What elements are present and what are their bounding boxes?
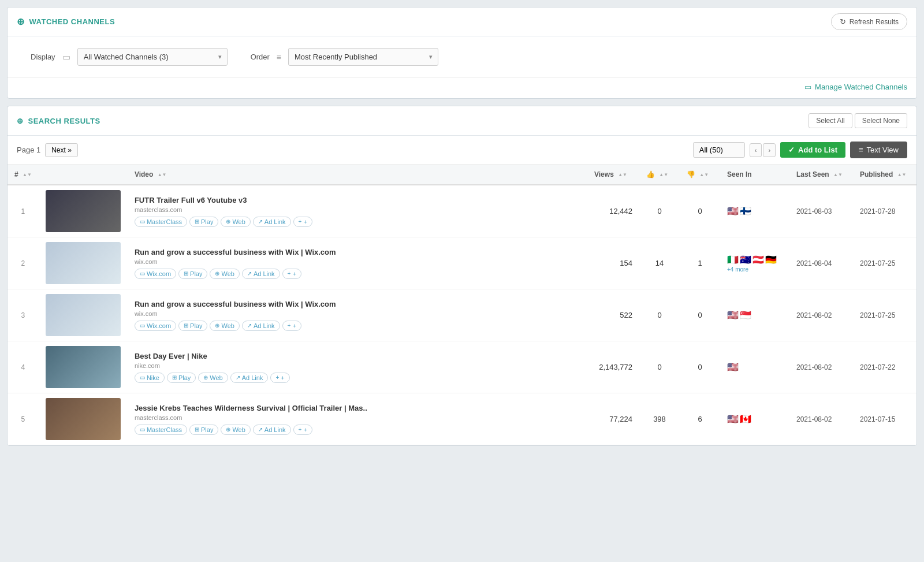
tag-label: Ad Link [254, 270, 275, 277]
tag-icon: ⊞ [195, 426, 199, 433]
video-tag[interactable]: ⊞Play [167, 373, 196, 383]
pagination-left: Page 1 Next » [17, 143, 78, 157]
video-thumbnail[interactable] [46, 294, 121, 336]
flags-container: 🇺🇸🇨🇦 [727, 414, 783, 425]
video-thumbnail[interactable] [46, 190, 121, 232]
video-tag[interactable]: ++ [270, 373, 289, 383]
tag-label: + [292, 270, 296, 277]
count-select[interactable]: All (50) 25 10 [693, 142, 745, 158]
select-buttons: Select All Select None [808, 113, 907, 128]
video-tag[interactable]: ▭MasterClass [135, 217, 187, 227]
video-thumbnail[interactable] [46, 398, 121, 440]
next-page-arrow[interactable]: › [763, 143, 776, 157]
tag-label: + [303, 218, 307, 225]
text-view-button[interactable]: ≡ Text View [850, 142, 907, 158]
video-tag[interactable]: ⊞Play [178, 321, 207, 331]
video-tag[interactable]: ⊞Play [189, 217, 218, 227]
likes-cell: 14 [639, 237, 680, 289]
tag-icon: ⊞ [195, 218, 199, 225]
video-tag[interactable]: ↗Ad Link [242, 269, 280, 279]
results-title-text: SEARCH RESULTS [28, 117, 100, 125]
video-title[interactable]: Run and grow a successful business with … [135, 300, 580, 308]
add-to-list-button[interactable]: ✓ Add to List [780, 142, 845, 158]
video-tag[interactable]: ▭MasterClass [135, 425, 187, 435]
select-none-button[interactable]: Select None [855, 113, 907, 128]
video-tags: ▭Wix.com⊞Play⊕Web↗Ad Link++ [135, 321, 580, 331]
flags-container: 🇺🇸🇫🇮 [727, 206, 783, 217]
dislikes-cell: 0 [680, 289, 720, 341]
seen-in-cell: 🇺🇸🇫🇮 [720, 185, 789, 237]
display-icon: ▭ [62, 52, 70, 62]
video-tag[interactable]: ⊕Web [198, 373, 228, 383]
sort-video-icon: ▲▼ [158, 172, 167, 177]
flag: 🇮🇹 [727, 254, 739, 265]
views-cell: 77,224 [587, 393, 639, 445]
video-info-cell: Run and grow a successful business with … [128, 289, 587, 341]
video-tag[interactable]: ++ [293, 425, 312, 435]
sort-lastseen-icon: ▲▼ [833, 172, 843, 177]
refresh-button[interactable]: ↻ Refresh Results [831, 13, 907, 30]
more-flags[interactable]: +4 more [727, 266, 748, 273]
video-tag[interactable]: ⊞Play [189, 425, 218, 435]
tag-label: Ad Link [242, 374, 263, 381]
col-header-video[interactable]: Video ▲▼ [128, 165, 587, 185]
views-cell: 522 [587, 289, 639, 341]
video-title[interactable]: Jessie Krebs Teaches Wilderness Survival… [135, 404, 580, 412]
next-page-button[interactable]: Next » [45, 143, 78, 157]
col-header-lastseen[interactable]: Last Seen ▲▼ [789, 165, 853, 185]
video-tag[interactable]: ⊕Web [221, 425, 250, 435]
video-tag[interactable]: ++ [282, 269, 301, 279]
published-cell: 2021-07-15 [853, 393, 916, 445]
video-thumbnail[interactable] [46, 346, 121, 388]
video-title[interactable]: FUTR Trailer Full v6 Youtube v3 [135, 196, 580, 204]
select-all-button[interactable]: Select All [808, 113, 852, 128]
video-tag[interactable]: ↗Ad Link [253, 425, 291, 435]
manage-icon: ▭ [804, 83, 811, 91]
video-tag[interactable]: ++ [293, 217, 312, 227]
watched-controls: Display ▭ All Watched Channels (3) ▾ Ord… [8, 36, 916, 77]
views-cell: 154 [587, 237, 639, 289]
video-tag[interactable]: ⊕Web [210, 269, 239, 279]
flags-container: 🇺🇸 [727, 362, 783, 373]
manage-watched-link[interactable]: ▭ Manage Watched Channels [804, 83, 907, 91]
video-tag[interactable]: ▭Wix.com [135, 321, 176, 331]
video-tag[interactable]: ▭Wix.com [135, 269, 176, 279]
col-header-published[interactable]: Published ▲▼ [853, 165, 916, 185]
video-title[interactable]: Best Day Ever | Nike [135, 352, 580, 360]
display-select[interactable]: All Watched Channels (3) [77, 48, 228, 66]
video-tags: ▭Nike⊞Play⊕Web↗Ad Link++ [135, 373, 580, 383]
col-header-seenin[interactable]: Seen In [720, 165, 789, 185]
thumbnail-cell [39, 341, 128, 393]
watched-title: ⊕ WATCHED CHANNELS [17, 16, 115, 27]
video-thumbnail[interactable] [46, 242, 121, 284]
video-tag[interactable]: ↗Ad Link [242, 321, 280, 331]
col-header-num[interactable]: # ▲▼ [8, 165, 39, 185]
video-tag[interactable]: ⊕Web [210, 321, 239, 331]
order-control-group: Order ≡ Most Recently Published Most Vie… [251, 48, 438, 66]
video-tag[interactable]: ++ [282, 321, 301, 331]
order-select[interactable]: Most Recently Published Most Viewed Most… [288, 48, 438, 66]
video-tag[interactable]: ⊕Web [221, 217, 250, 227]
views-cell: 12,442 [587, 185, 639, 237]
video-tag[interactable]: ↗Ad Link [253, 217, 291, 227]
seen-in-cell: 🇺🇸 [720, 341, 789, 393]
video-tag[interactable]: ⊞Play [178, 269, 207, 279]
published-cell: 2021-07-25 [853, 289, 916, 341]
col-header-views[interactable]: Views ▲▼ [587, 165, 639, 185]
last-seen-cell: 2021-08-02 [789, 289, 853, 341]
video-tag[interactable]: ↗Ad Link [230, 373, 269, 383]
tag-icon: ▭ [140, 270, 145, 277]
tag-label: Ad Link [264, 218, 286, 225]
tag-icon: ⊞ [184, 322, 188, 329]
video-tag[interactable]: ▭Nike [135, 373, 165, 383]
tag-icon: ↗ [247, 322, 252, 329]
col-header-likes[interactable]: 👍 ▲▼ [639, 165, 680, 185]
col-header-dislikes[interactable]: 👎 ▲▼ [680, 165, 720, 185]
video-title[interactable]: Run and grow a successful business with … [135, 248, 580, 256]
tag-label: Play [201, 426, 213, 433]
last-seen-cell: 2021-08-04 [789, 237, 853, 289]
order-label: Order [251, 53, 270, 61]
nav-arrows: ‹ › [750, 143, 776, 157]
watched-channels-section: ⊕ WATCHED CHANNELS ↻ Refresh Results Dis… [7, 7, 917, 99]
prev-page-arrow[interactable]: ‹ [750, 143, 762, 157]
